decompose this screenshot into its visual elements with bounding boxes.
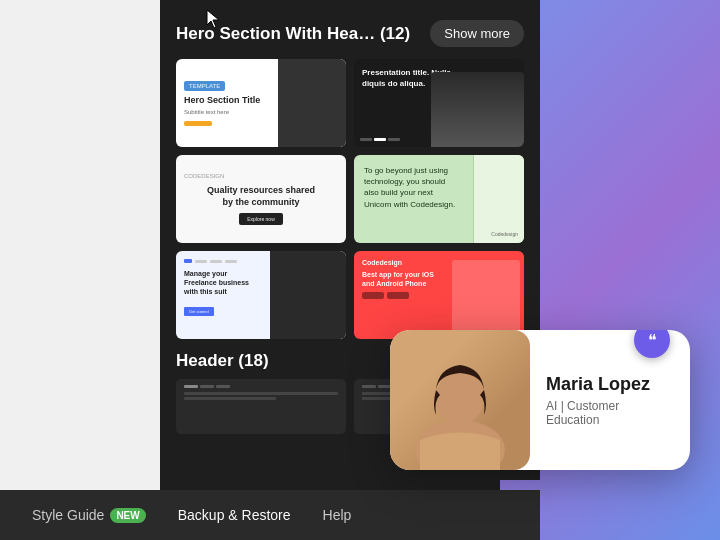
card-app-title: Best app for your iOS and Android Phone [362, 270, 447, 288]
dot-active [374, 138, 386, 141]
card-logo-text: CODEDESIGN [184, 173, 224, 179]
show-more-button[interactable]: Show more [430, 20, 524, 47]
nav-dot [362, 385, 376, 388]
profile-role: AI | Customer Education [546, 399, 670, 427]
template-card-app-store[interactable]: Codedesign Best app for your iOS and And… [354, 251, 524, 339]
style-guide-label: Style Guide [32, 507, 104, 523]
card-person-shape [431, 72, 525, 147]
help-label: Help [323, 507, 352, 523]
card-quality-title: Quality resources sharedby the community [207, 185, 315, 208]
content-line-short [184, 397, 276, 400]
backup-restore-item[interactable]: Backup & Restore [162, 499, 307, 531]
nav-dot [216, 385, 230, 388]
person-illustration [400, 340, 520, 470]
content-line [184, 392, 338, 395]
sidebar-background [0, 0, 160, 540]
play-store-badge [387, 292, 409, 299]
card-codedesign-logo: Codedesign [491, 231, 518, 237]
help-item[interactable]: Help [307, 499, 368, 531]
header-nav [184, 385, 338, 388]
card-image-dark [270, 251, 347, 339]
profile-card: ❝ Maria Lopez AI | Customer Education [390, 330, 690, 470]
header-card-1[interactable] [176, 379, 346, 434]
template-card-quality-resources[interactable]: CODEDESIGN Quality resources sharedby th… [176, 155, 346, 243]
card-nav-logo [184, 259, 192, 263]
style-guide-item[interactable]: Style Guide NEW [16, 499, 162, 531]
profile-info: Maria Lopez AI | Customer Education [530, 374, 670, 427]
card-tag: TEMPLATE [184, 81, 225, 91]
card-explore-button: Explore now [239, 213, 283, 225]
profile-name: Maria Lopez [546, 374, 670, 395]
nav-link [195, 260, 207, 263]
card-nav-dots [360, 138, 400, 141]
nav-link [225, 260, 237, 263]
card-image-placeholder [278, 59, 346, 147]
backup-restore-label: Backup & Restore [178, 507, 291, 523]
card-green-text: To go beyond just using technology, you … [364, 165, 462, 210]
template-card-freelance[interactable]: Manage yourFreelance businesswith this s… [176, 251, 346, 339]
nav-dot [184, 385, 198, 388]
card-side-panel [473, 155, 524, 243]
quote-icon: ❝ [648, 331, 657, 350]
nav-link [210, 260, 222, 263]
quote-badge: ❝ [634, 330, 670, 358]
card-cta-button: Get started [184, 307, 214, 316]
nav-dot [200, 385, 214, 388]
cursor-icon [205, 8, 223, 30]
template-card-hero-light[interactable]: TEMPLATE Hero Section Title Subtitle tex… [176, 59, 346, 147]
dot [388, 138, 400, 141]
svg-point-2 [436, 371, 484, 425]
card-nav-links [195, 260, 237, 263]
template-card-green[interactable]: To go beyond just using technology, you … [354, 155, 524, 243]
card-app-person [452, 260, 520, 339]
dot [360, 138, 372, 141]
app-store-badge [362, 292, 384, 299]
profile-avatar [390, 330, 530, 470]
template-card-dark-presentation[interactable]: Presentation title. Nulladiquis do aliqu… [354, 59, 524, 147]
new-badge: NEW [110, 508, 145, 523]
template-grid: TEMPLATE Hero Section Title Subtitle tex… [160, 59, 540, 339]
bottom-toolbar: Style Guide NEW Backup & Restore Help [0, 490, 540, 540]
card-button-shape [184, 121, 212, 126]
